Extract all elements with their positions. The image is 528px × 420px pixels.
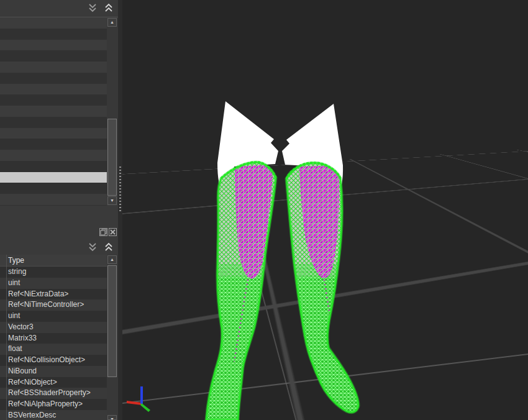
type-row[interactable]: NiBound [0,366,107,377]
float-window-icon[interactable] [99,228,107,236]
type-list-rows: Type string uint Ref<NiExtraData> Ref<Ni… [0,255,107,420]
axis-gizmo [125,383,157,415]
block-list-row[interactable] [0,17,107,29]
type-column-header[interactable]: Type [0,255,107,267]
chevron-double-down-icon[interactable] [88,242,98,252]
scrollbar-thumb[interactable] [107,119,117,196]
type-row[interactable]: Ref<NiCollisionObject> [0,355,107,366]
panel-gap [0,206,118,239]
viewport-3d[interactable] [122,0,528,420]
bottom-panel-titlebar [0,239,118,255]
top-panel-titlebar [0,0,118,17]
type-row[interactable]: Matrix33 [0,333,107,344]
scroll-up-button[interactable]: ▲ [107,255,117,264]
block-list-row[interactable] [0,139,107,150]
block-list-row[interactable] [0,50,107,62]
chevron-double-down-icon[interactable] [88,3,98,12]
block-list-rows [0,17,107,206]
column-separator [6,255,7,420]
type-row[interactable]: BSVertexDesc [0,410,107,420]
x-axis-icon [127,401,142,405]
type-row[interactable]: string [0,267,107,278]
block-list-row[interactable] [0,62,107,73]
block-list-row-selected[interactable] [0,172,107,183]
block-list-row[interactable] [0,94,107,106]
type-row[interactable]: uint [0,278,107,289]
app-window: ▲ ▼ [0,0,528,420]
type-row[interactable]: Vector3 [0,322,107,333]
type-list: Type string uint Ref<NiExtraData> Ref<Ni… [0,255,118,420]
block-list-row[interactable] [0,183,107,194]
type-row[interactable]: uint [0,311,107,322]
close-icon[interactable] [109,228,117,236]
chevron-double-up-icon[interactable] [104,3,114,12]
left-stocking-mesh [202,158,283,420]
dock-splitter[interactable] [118,0,122,420]
right-stocking-mesh [283,158,363,420]
type-row[interactable]: Ref<NiExtraData> [0,289,107,300]
block-list-row[interactable] [0,161,107,172]
block-list-row[interactable] [0,194,107,205]
mesh-legs [122,0,528,420]
scroll-up-button[interactable]: ▲ [107,18,117,27]
block-list-row[interactable] [0,117,107,128]
type-row[interactable]: Ref<NiAlphaProperty> [0,399,107,410]
block-list-row[interactable] [0,84,107,95]
scrollbar-thumb[interactable] [107,265,117,377]
block-list-row[interactable] [0,40,107,51]
type-row[interactable]: Ref<NiTimeController> [0,299,107,311]
block-list: ▲ ▼ [0,17,118,206]
type-list-scrollbar[interactable]: ▲ ▼ [107,255,118,420]
chevron-double-up-icon[interactable] [104,242,114,252]
block-list-row[interactable] [0,150,107,161]
block-list-scrollbar[interactable]: ▲ ▼ [107,17,118,206]
scroll-down-button[interactable]: ▼ [107,196,117,205]
type-row[interactable]: float [0,344,107,355]
block-list-row[interactable] [0,73,107,84]
block-list-row[interactable] [0,29,107,40]
type-row[interactable]: Ref<BSShaderProperty> [0,388,107,399]
z-axis-icon [140,386,143,404]
scroll-down-button[interactable]: ▼ [107,415,117,420]
block-list-row[interactable] [0,128,107,139]
y-axis-icon [140,403,150,412]
splitter-handle-dots [119,167,121,212]
type-row[interactable]: Ref<NiObject> [0,377,107,388]
block-list-row[interactable] [0,106,107,117]
left-dock: ▲ ▼ [0,0,118,420]
